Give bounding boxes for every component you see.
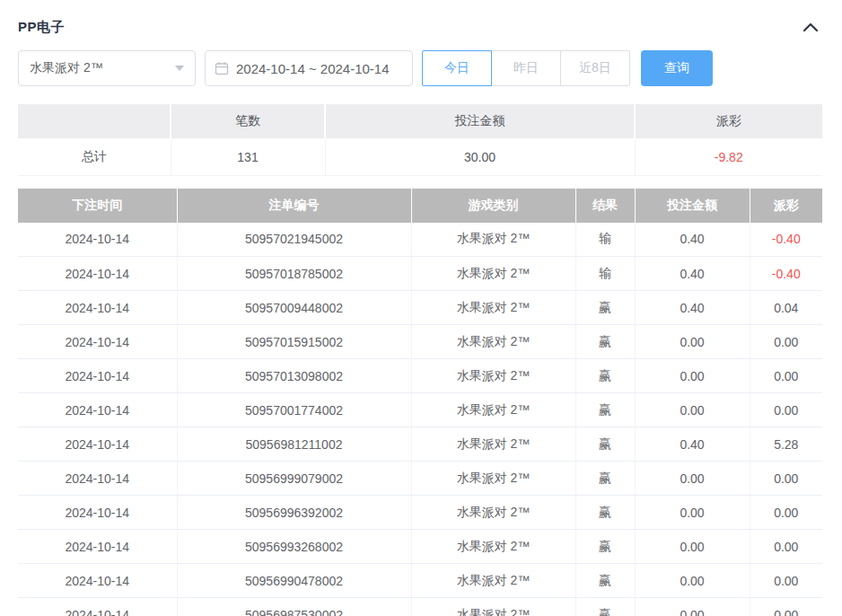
bet-time-cell: 2024-10-14 <box>18 359 177 393</box>
bet-amount-cell: 0.40 <box>635 257 750 291</box>
table-row: 2024-10-1450956999079002水果派对 2™赢0.000.00 <box>18 462 822 496</box>
order-id-cell: 50957013098002 <box>177 359 411 393</box>
table-row: 2024-10-1450956996392002水果派对 2™赢0.000.00 <box>18 496 822 530</box>
summary-header-empty <box>18 104 171 139</box>
game-type-cell: 水果派对 2™ <box>411 427 575 462</box>
result-cell: 赢 <box>575 291 635 325</box>
col-header-payout: 派彩 <box>750 189 822 223</box>
game-type-cell: 水果派对 2™ <box>411 496 575 530</box>
payout-cell: 0.00 <box>750 598 822 616</box>
result-cell: 输 <box>575 257 635 291</box>
bet-amount-cell: 0.00 <box>635 530 750 564</box>
game-type-cell: 水果派对 2™ <box>411 564 575 598</box>
game-type-cell: 水果派对 2™ <box>411 257 575 291</box>
order-id-cell: 50957009448002 <box>177 291 411 325</box>
payout-cell: 0.00 <box>750 496 822 530</box>
summary-header-row: 笔数 投注金额 派彩 <box>18 104 822 139</box>
table-row: 2024-10-1450956981211002水果派对 2™赢0.405.28 <box>18 427 822 462</box>
quick-filter-today[interactable]: 今日 <box>422 50 492 86</box>
result-cell: 赢 <box>575 530 635 564</box>
summary-table: 笔数 投注金额 派彩 总计 131 30.00 -9.82 <box>18 104 822 176</box>
table-row: 2024-10-1450956990478002水果派对 2™赢0.000.00 <box>18 564 822 598</box>
order-id-cell: 50956996392002 <box>177 496 411 530</box>
bets-table-header-row: 下注时间 注单编号 游戏类别 结果 投注金额 派彩 <box>18 189 822 223</box>
bet-amount-cell: 0.00 <box>635 462 750 496</box>
summary-bet-amount-value: 30.00 <box>325 139 635 175</box>
quick-filter-yesterday[interactable]: 昨日 <box>491 50 561 86</box>
filter-bar: 水果派对 2™ 2024-10-14 ~ 2024-10-14 今日 昨日 近8… <box>18 50 822 86</box>
bet-amount-cell: 0.00 <box>635 393 750 427</box>
table-row: 2024-10-1450957013098002水果派对 2™赢0.000.00 <box>18 359 822 393</box>
quick-filter-group: 今日 昨日 近8日 <box>422 50 630 86</box>
payout-cell: -0.40 <box>750 257 822 291</box>
summary-total-row: 总计 131 30.00 -9.82 <box>18 139 822 175</box>
date-range-input[interactable]: 2024-10-14 ~ 2024-10-14 <box>205 50 413 86</box>
table-row: 2024-10-1450957001774002水果派对 2™赢0.000.00 <box>18 393 822 427</box>
table-row: 2024-10-1450957021945002水果派对 2™输0.40-0.4… <box>18 223 822 257</box>
result-cell: 赢 <box>575 325 635 359</box>
date-range-value: 2024-10-14 ~ 2024-10-14 <box>236 61 390 76</box>
game-type-cell: 水果派对 2™ <box>411 325 575 359</box>
order-id-cell: 50957015915002 <box>177 325 411 359</box>
col-header-result: 结果 <box>575 189 635 223</box>
result-cell: 赢 <box>575 564 635 598</box>
payout-cell: 0.00 <box>750 462 822 496</box>
bet-amount-cell: 0.00 <box>635 598 750 616</box>
bet-time-cell: 2024-10-14 <box>18 564 177 598</box>
result-cell: 赢 <box>575 427 635 462</box>
summary-count-value: 131 <box>171 139 325 175</box>
collapse-chevron-icon[interactable] <box>799 19 822 36</box>
col-header-order-id: 注单编号 <box>177 189 411 223</box>
bet-time-cell: 2024-10-14 <box>18 462 177 496</box>
summary-header-payout: 派彩 <box>635 104 822 139</box>
result-cell: 赢 <box>575 598 635 616</box>
records-panel: PP电子 水果派对 2™ 2024-10-14 ~ 2024-10-14 今日 … <box>0 0 842 616</box>
summary-header-bet-amount: 投注金额 <box>325 104 635 139</box>
panel-header: PP电子 <box>18 13 822 41</box>
result-cell: 赢 <box>575 393 635 427</box>
table-row: 2024-10-1450957018785002水果派对 2™输0.40-0.4… <box>18 257 822 291</box>
payout-cell: 0.00 <box>750 325 822 359</box>
game-type-cell: 水果派对 2™ <box>411 598 575 616</box>
order-id-cell: 50956993268002 <box>177 530 411 564</box>
payout-cell: 0.00 <box>750 530 822 564</box>
bets-table: 下注时间 注单编号 游戏类别 结果 投注金额 派彩 2024-10-145095… <box>18 189 822 616</box>
search-button[interactable]: 查询 <box>641 50 713 86</box>
quick-filter-last8days[interactable]: 近8日 <box>560 50 630 86</box>
game-type-cell: 水果派对 2™ <box>411 393 575 427</box>
order-id-cell: 50956987530002 <box>177 598 411 616</box>
game-select[interactable]: 水果派对 2™ <box>18 50 196 86</box>
bet-time-cell: 2024-10-14 <box>18 496 177 530</box>
result-cell: 赢 <box>575 496 635 530</box>
chevron-up-icon <box>803 22 819 32</box>
payout-cell: 0.00 <box>750 359 822 393</box>
result-cell: 输 <box>575 223 635 257</box>
order-id-cell: 50956990478002 <box>177 564 411 598</box>
payout-cell: 5.28 <box>750 427 822 462</box>
bet-time-cell: 2024-10-14 <box>18 223 177 257</box>
result-cell: 赢 <box>575 462 635 496</box>
game-type-cell: 水果派对 2™ <box>411 291 575 325</box>
order-id-cell: 50956999079002 <box>177 462 411 496</box>
bet-amount-cell: 0.40 <box>635 427 750 462</box>
result-cell: 赢 <box>575 359 635 393</box>
calendar-icon <box>215 61 229 75</box>
summary-header-count: 笔数 <box>171 104 325 139</box>
chevron-down-icon <box>175 66 184 71</box>
bet-amount-cell: 0.00 <box>635 564 750 598</box>
game-type-cell: 水果派对 2™ <box>411 462 575 496</box>
col-header-bet-amount: 投注金额 <box>635 189 750 223</box>
bet-time-cell: 2024-10-14 <box>18 427 177 462</box>
bets-table-body: 2024-10-1450957021945002水果派对 2™输0.40-0.4… <box>18 223 822 616</box>
table-row: 2024-10-1450956993268002水果派对 2™赢0.000.00 <box>18 530 822 564</box>
game-type-cell: 水果派对 2™ <box>411 530 575 564</box>
game-type-cell: 水果派对 2™ <box>411 223 575 257</box>
col-header-game-type: 游戏类别 <box>411 189 575 223</box>
table-row: 2024-10-1450956987530002水果派对 2™赢0.000.00 <box>18 598 822 616</box>
bet-time-cell: 2024-10-14 <box>18 257 177 291</box>
bet-amount-cell: 0.00 <box>635 325 750 359</box>
bet-amount-cell: 0.40 <box>635 291 750 325</box>
page-title: PP电子 <box>18 19 65 36</box>
game-select-value: 水果派对 2™ <box>30 60 103 76</box>
summary-row-label: 总计 <box>18 139 171 175</box>
